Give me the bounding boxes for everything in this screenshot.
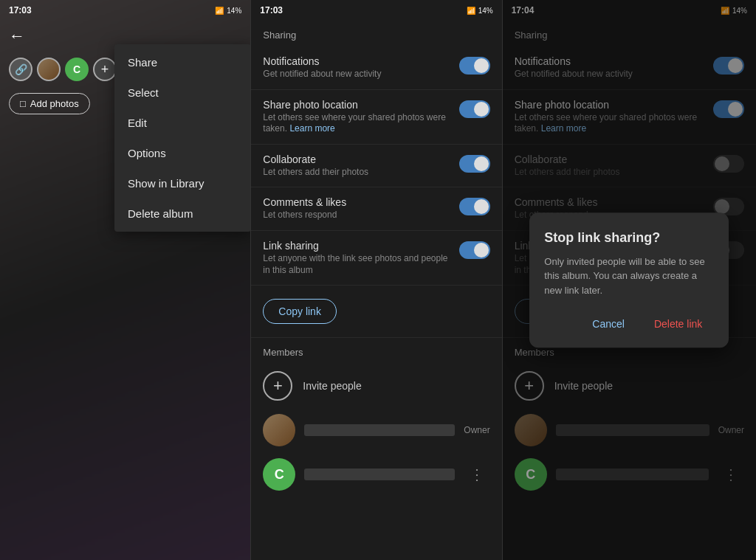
copy-link-button-2[interactable]: Copy link bbox=[263, 299, 337, 324]
invite-row-2[interactable]: + Invite people bbox=[251, 364, 501, 408]
photo-location-title-2: Share photo location bbox=[263, 99, 450, 111]
link-sharing-toggle-2[interactable] bbox=[459, 241, 490, 259]
notifications-subtitle-2: Get notified about new activity bbox=[263, 69, 450, 80]
menu-select[interactable]: Select bbox=[114, 77, 250, 108]
stop-link-sharing-dialog: Stop link sharing? Only invited people w… bbox=[529, 212, 729, 348]
collaborate-toggle-2[interactable] bbox=[459, 155, 490, 173]
link-sharing-row-2: Link sharing Let anyone with the link se… bbox=[251, 231, 501, 286]
menu-share[interactable]: Share bbox=[114, 47, 250, 77]
comments-subtitle-2: Let others respond bbox=[263, 210, 450, 221]
comments-toggle-2[interactable] bbox=[459, 198, 490, 215]
add-photos-label: Add photos bbox=[30, 98, 79, 109]
notifications-toggle-2[interactable] bbox=[459, 57, 490, 75]
avatar-c[interactable]: C bbox=[65, 58, 89, 81]
panel-2: 17:03 📶 14% Sharing Notifications Get no… bbox=[251, 0, 501, 560]
link-avatar[interactable]: 🔗 bbox=[9, 58, 32, 81]
menu-delete-album[interactable]: Delete album bbox=[114, 198, 250, 229]
comments-title-2: Comments & likes bbox=[263, 196, 450, 208]
context-menu: Share Select Edit Options Show in Librar… bbox=[114, 44, 250, 232]
status-bar-2: 17:03 📶 14% bbox=[251, 0, 501, 21]
battery-2: 14% bbox=[478, 7, 493, 15]
photo-location-row-2: Share photo location Let others see wher… bbox=[251, 90, 501, 145]
add-photos-icon: □ bbox=[20, 98, 26, 109]
collaborate-title-2: Collaborate bbox=[263, 153, 450, 165]
owner-avatar-2 bbox=[263, 414, 295, 446]
menu-show-in-library[interactable]: Show in Library bbox=[114, 168, 250, 198]
owner-role-2: Owner bbox=[464, 425, 489, 435]
members-title-2: Members bbox=[251, 338, 501, 364]
menu-options[interactable]: Options bbox=[114, 138, 250, 168]
wifi-icon-2: 📶 bbox=[467, 7, 475, 15]
dialog-body: Only invited people will be able to see … bbox=[544, 255, 714, 298]
status-icons-2: 📶 14% bbox=[467, 7, 493, 15]
plus-icon-2: + bbox=[263, 371, 292, 401]
status-icons-1: 📶 14% bbox=[215, 7, 241, 15]
invite-text-2: Invite people bbox=[303, 380, 361, 392]
dialog-buttons: Cancel Delete link bbox=[544, 312, 714, 336]
collaborate-subtitle-2: Let others add their photos bbox=[263, 167, 450, 179]
owner-name-2 bbox=[304, 424, 455, 436]
back-button[interactable]: ← bbox=[9, 27, 25, 46]
notifications-title-2: Notifications bbox=[263, 55, 450, 67]
time-1: 17:03 bbox=[9, 5, 32, 15]
sharing-title-2: Sharing bbox=[251, 21, 501, 46]
notifications-row-2: Notifications Get notified about new act… bbox=[251, 46, 501, 90]
collaborate-row-2: Collaborate Let others add their photos bbox=[251, 145, 501, 188]
wifi-icon: 📶 bbox=[215, 7, 224, 15]
link-sharing-title-2: Link sharing bbox=[263, 240, 450, 252]
photo-location-toggle-2[interactable] bbox=[459, 100, 490, 118]
link-sharing-subtitle-2: Let anyone with the link see photos and … bbox=[263, 253, 450, 276]
add-person-button[interactable]: + bbox=[93, 58, 117, 81]
photo-location-subtitle-2: Let others see where your shared photos … bbox=[263, 112, 450, 135]
menu-edit[interactable]: Edit bbox=[114, 108, 250, 138]
member-c-avatar-2: C bbox=[263, 458, 295, 491]
dialog-cancel-button[interactable]: Cancel bbox=[580, 312, 636, 336]
panel-3: 17:04 📶 14% Sharing Notifications Get no… bbox=[503, 0, 756, 560]
comments-row-2: Comments & likes Let others respond bbox=[251, 187, 501, 231]
battery-1: 14% bbox=[227, 7, 241, 15]
member-row-owner-2: Owner bbox=[251, 408, 501, 452]
panel-1: 17:03 📶 14% ← 🔗 C + □ Add photos Share S… bbox=[0, 0, 250, 560]
learn-more-link-2[interactable]: Learn more bbox=[289, 123, 334, 134]
time-2: 17:03 bbox=[260, 5, 283, 15]
add-photos-button[interactable]: □ Add photos bbox=[9, 93, 90, 114]
member-c-name-2 bbox=[304, 469, 454, 480]
user-avatar[interactable] bbox=[37, 58, 61, 81]
dialog-delete-link-button[interactable]: Delete link bbox=[642, 312, 714, 336]
status-bar-1: 17:03 📶 14% bbox=[0, 0, 250, 21]
dialog-title: Stop link sharing? bbox=[544, 230, 714, 246]
member-row-c-2: C ⋮ bbox=[251, 452, 501, 497]
member-options-2[interactable]: ⋮ bbox=[464, 463, 490, 486]
